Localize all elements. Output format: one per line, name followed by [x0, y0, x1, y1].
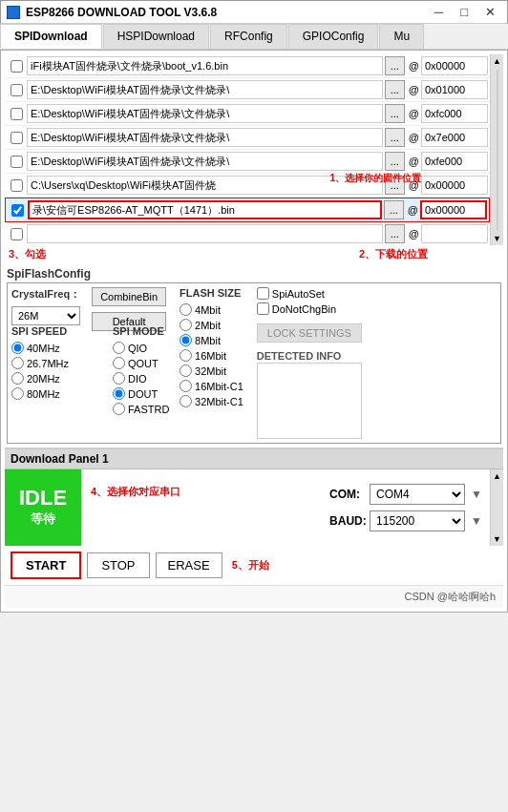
speed-26mhz[interactable]: 26.7MHz: [11, 357, 69, 369]
flash-8mbit[interactable]: 8Mbit: [180, 334, 243, 346]
flash-32mbit-radio[interactable]: [180, 364, 192, 377]
tab-hspidownload[interactable]: HSPIDownload: [103, 24, 209, 49]
browse-btn-4[interactable]: ...: [385, 128, 405, 147]
addr-input-4[interactable]: [421, 128, 488, 147]
at-label-2: @: [409, 84, 419, 95]
mode-qio-radio[interactable]: [113, 342, 125, 354]
flash-2mbit-radio[interactable]: [180, 319, 192, 331]
detected-info-container: DETECTED INFO: [257, 349, 362, 439]
tab-bar: SPIDownload HSPIDownload RFConfig GPIOCo…: [0, 24, 508, 50]
addr-input-6[interactable]: [421, 176, 488, 195]
tab-gpioconfig[interactable]: GPIOConfig: [288, 24, 379, 49]
close-button[interactable]: ✕: [479, 5, 501, 19]
flash-32mbit[interactable]: 32Mbit: [180, 364, 243, 377]
file-checkbox-4[interactable]: [11, 132, 23, 144]
crystal-freq-select[interactable]: 26M 40M: [11, 306, 80, 325]
flash-16mbit-c1[interactable]: 16Mbit-C1: [180, 380, 243, 392]
idle-status-box: IDLE 等待: [5, 469, 81, 546]
file-path-input-3[interactable]: [27, 104, 383, 123]
speed-40mhz[interactable]: 40MHz: [11, 342, 69, 354]
speed-20mhz-radio[interactable]: [11, 372, 24, 385]
flash-4mbit-radio[interactable]: [180, 303, 192, 316]
tab-spidownload[interactable]: SPIDownload: [0, 24, 102, 49]
file-checkbox-8[interactable]: [11, 228, 23, 240]
scroll-up-arrow[interactable]: ▲: [491, 54, 503, 68]
combine-bin-button[interactable]: CombineBin: [92, 287, 166, 306]
addr-input-7[interactable]: [420, 200, 487, 219]
browse-btn-1[interactable]: ...: [385, 56, 405, 75]
flash-8mbit-radio[interactable]: [180, 334, 192, 346]
mode-dout-radio[interactable]: [113, 387, 125, 400]
speed-26mhz-radio[interactable]: [11, 357, 24, 369]
spi-auto-set-check[interactable]: SpiAutoSet: [257, 287, 362, 300]
com-dropdown-arrow: ▼: [471, 488, 482, 501]
baud-select[interactable]: 115200 9600 19200 38400 57600 230400: [370, 510, 465, 531]
lock-settings-button[interactable]: LOCK SETTINGS: [257, 323, 362, 343]
tab-mu[interactable]: Mu: [379, 24, 424, 49]
mode-qio[interactable]: QIO: [113, 342, 169, 354]
com-select[interactable]: COM4 COM1 COM2 COM3 COM5: [370, 484, 465, 505]
file-checkbox-6[interactable]: [11, 179, 23, 192]
mode-dout[interactable]: DOUT: [113, 387, 169, 400]
mode-qout[interactable]: QOUT: [113, 357, 169, 369]
speed-40mhz-radio[interactable]: [11, 342, 24, 354]
browse-btn-3[interactable]: ...: [385, 104, 405, 123]
flash-4mbit[interactable]: 4Mbit: [180, 303, 243, 316]
browse-btn-5[interactable]: ...: [385, 152, 405, 171]
flash-16mbit[interactable]: 16Mbit: [180, 349, 243, 362]
minimize-button[interactable]: ─: [429, 5, 449, 19]
file-checkbox-7[interactable]: [11, 204, 24, 217]
speed-20mhz[interactable]: 20MHz: [11, 372, 69, 385]
flash-2mbit[interactable]: 2Mbit: [180, 319, 243, 331]
panel-scrollbar[interactable]: ▲ ▼: [490, 469, 503, 546]
idle-status-sub: 等待: [31, 510, 55, 528]
mode-fastrd[interactable]: FASTRD: [113, 403, 169, 415]
panel-scroll-down[interactable]: ▼: [491, 532, 503, 546]
file-path-input-7[interactable]: [28, 200, 382, 219]
file-path-input-1[interactable]: [27, 56, 383, 75]
file-path-input-4[interactable]: [27, 128, 383, 147]
do-not-chg-bin-check[interactable]: DoNotChgBin: [257, 302, 362, 315]
mode-dio-radio[interactable]: [113, 372, 125, 385]
flash-size-col: FLASH SIZE 4Mbit 2Mbit 8Mbit 16Mbit 32Mb…: [180, 287, 243, 439]
crystal-freq-label: CrystalFreq：: [11, 287, 80, 302]
tab-rfconfig[interactable]: RFConfig: [210, 24, 287, 49]
file-checkbox-2[interactable]: [11, 84, 23, 96]
file-path-input-2[interactable]: [27, 80, 383, 99]
file-path-input-5[interactable]: [27, 152, 383, 171]
flash-16mbit-radio[interactable]: [180, 349, 192, 362]
addr-input-8[interactable]: [421, 224, 488, 243]
flash-32mbit-c1[interactable]: 32Mbit-C1: [180, 395, 243, 407]
maximize-button[interactable]: □: [455, 5, 474, 19]
speed-80mhz-radio[interactable]: [11, 387, 24, 400]
file-checkbox-3[interactable]: [11, 108, 23, 120]
mode-qout-radio[interactable]: [113, 357, 125, 369]
annotation-step2: 2、下载的位置: [359, 247, 428, 261]
mode-dio[interactable]: DIO: [113, 372, 169, 385]
detected-info-box: [257, 363, 362, 439]
browse-btn-2[interactable]: ...: [385, 80, 405, 99]
file-rows-scrollbar[interactable]: ▲ ▼: [490, 54, 503, 245]
file-checkbox-5[interactable]: [11, 156, 23, 168]
stop-button[interactable]: STOP: [87, 552, 149, 578]
file-path-input-8[interactable]: [27, 224, 383, 243]
addr-input-3[interactable]: [421, 104, 488, 123]
start-button[interactable]: START: [11, 552, 81, 579]
annotation-step5: 5、开始: [232, 558, 269, 573]
panel-scroll-up[interactable]: ▲: [491, 469, 503, 483]
speed-80mhz[interactable]: 80MHz: [11, 387, 69, 400]
addr-input-2[interactable]: [421, 80, 488, 99]
do-not-chg-bin-checkbox[interactable]: [257, 302, 269, 315]
file-checkbox-1[interactable]: [11, 60, 23, 73]
spi-auto-set-checkbox[interactable]: [257, 287, 269, 300]
browse-btn-7[interactable]: ...: [384, 200, 404, 219]
flash-16mbit-c1-radio[interactable]: [180, 380, 192, 392]
addr-input-5[interactable]: [421, 152, 488, 171]
flash-32mbit-c1-radio[interactable]: [180, 395, 192, 407]
scroll-thumb[interactable]: [497, 70, 498, 230]
addr-input-1[interactable]: [421, 56, 488, 75]
erase-button[interactable]: ERASE: [156, 552, 222, 578]
browse-btn-8[interactable]: ...: [385, 224, 405, 243]
scroll-down-arrow[interactable]: ▼: [491, 232, 503, 245]
mode-fastrd-radio[interactable]: [113, 403, 125, 415]
